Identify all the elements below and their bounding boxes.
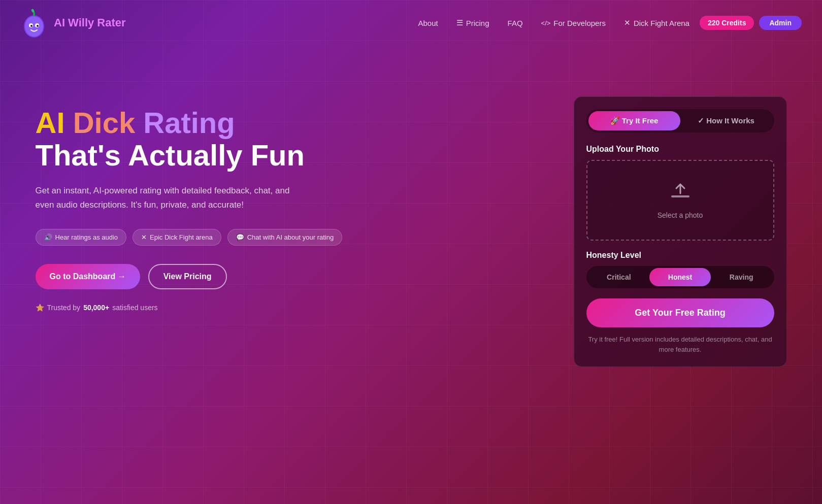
hero-title: AI Dick Rating That's Actually Fun — [36, 107, 343, 172]
honesty-tabs: Critical Honest Raving — [586, 266, 774, 288]
dashboard-button[interactable]: Go to Dashboard → — [36, 264, 140, 289]
tab-try-free[interactable]: 🚀 Try It Free — [588, 111, 680, 130]
star-icon: ⭐ — [36, 304, 44, 312]
logo-icon — [20, 7, 48, 39]
logo-text: AI Willy Rater — [54, 16, 126, 29]
honesty-label: Honesty Level — [586, 251, 774, 260]
honesty-raving[interactable]: Raving — [711, 268, 772, 286]
nav-fight-arena[interactable]: ✕ Dick Fight Arena — [624, 18, 689, 27]
hero-description: Get an instant, AI-powered rating with d… — [36, 184, 310, 213]
svg-point-1 — [25, 16, 43, 37]
upload-label: Upload Your Photo — [586, 145, 774, 154]
honesty-honest[interactable]: Honest — [649, 268, 711, 286]
credits-badge[interactable]: 220 Credits — [700, 16, 754, 30]
upload-zone[interactable]: Select a photo — [586, 160, 774, 241]
tab-how-it-works[interactable]: ✓ How It Works — [680, 111, 772, 130]
trust-indicator: ⭐ Trusted by 50,000+ satisfied users — [36, 304, 343, 312]
fight-badge-icon: ✕ — [141, 233, 147, 241]
nav-developers[interactable]: </> For Developers — [541, 19, 606, 27]
feature-badge-chat: 💬 Chat with AI about your rating — [227, 229, 343, 246]
feature-badges-container: 🔊 Hear ratings as audio ✕ Epic Dick Figh… — [36, 229, 343, 246]
card-footer-text: Try it free! Full version includes detai… — [586, 334, 774, 354]
feature-badge-audio: 🔊 Hear ratings as audio — [36, 229, 127, 246]
pricing-icon: ☰ — [456, 18, 463, 27]
code-icon: </> — [541, 19, 551, 27]
svg-point-5 — [30, 25, 32, 27]
feature-badge-fight: ✕ Epic Dick Fight arena — [133, 229, 221, 246]
get-rating-button[interactable]: Get Your Free Rating — [586, 298, 774, 327]
chat-icon: 💬 — [236, 233, 244, 241]
honesty-critical[interactable]: Critical — [588, 268, 650, 286]
fight-icon: ✕ — [624, 18, 631, 27]
pricing-button[interactable]: View Pricing — [148, 264, 227, 289]
admin-button[interactable]: Admin — [759, 16, 802, 30]
nav-pricing[interactable]: ☰ Pricing — [456, 18, 489, 27]
nav-faq[interactable]: FAQ — [508, 19, 523, 27]
rating-card: 🚀 Try It Free ✓ How It Works Upload Your… — [574, 96, 787, 367]
audio-icon: 🔊 — [44, 233, 52, 241]
logo-link[interactable]: AI Willy Rater — [20, 7, 126, 39]
card-tabs: 🚀 Try It Free ✓ How It Works — [586, 109, 774, 132]
svg-rect-2 — [33, 12, 35, 16]
upload-icon — [670, 181, 691, 206]
svg-point-6 — [37, 25, 39, 27]
upload-text: Select a photo — [657, 211, 703, 219]
svg-rect-7 — [671, 195, 689, 197]
nav-about[interactable]: About — [418, 19, 438, 27]
cta-row: Go to Dashboard → View Pricing — [36, 264, 343, 289]
